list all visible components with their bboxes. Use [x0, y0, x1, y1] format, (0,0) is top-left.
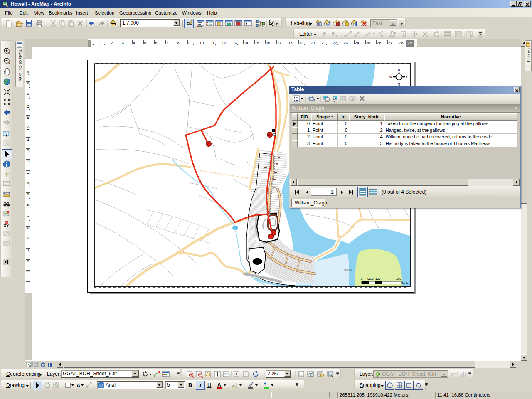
svg-text:A: A — [76, 382, 81, 389]
svg-text:A: A — [335, 34, 338, 38]
svg-text:1:1: 1:1 — [224, 372, 229, 376]
svg-text:O: O — [99, 383, 103, 388]
svg-text:A: A — [217, 382, 221, 388]
svg-text:XY: XY — [4, 224, 9, 228]
